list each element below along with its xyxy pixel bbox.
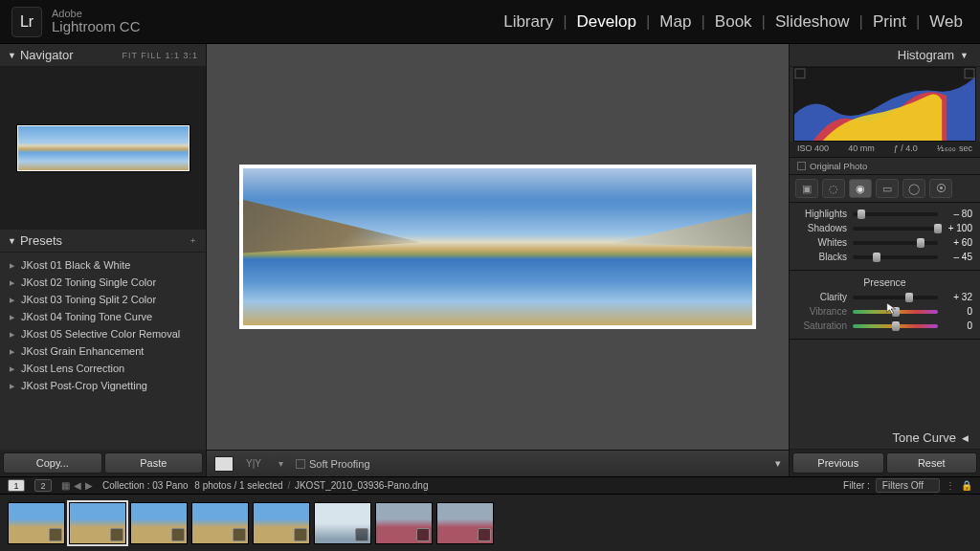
module-book[interactable]: Book — [709, 12, 758, 32]
reset-button[interactable]: Reset — [886, 452, 978, 474]
photo-canvas[interactable] — [207, 44, 789, 450]
navigator-zoom-modes[interactable]: FIT FILL 1:1 3:1 — [122, 51, 198, 60]
preset-item[interactable]: JKost 04 Toning Tone Curve — [0, 308, 206, 325]
radial-tool[interactable]: ◯ — [902, 179, 925, 198]
slider-clarity[interactable]: Clarity + 32 — [797, 290, 972, 304]
module-print[interactable]: Print — [867, 12, 912, 32]
tone-curve-header[interactable]: Tone Curve ◀ — [790, 427, 980, 450]
filter-options-icon[interactable]: ⋮ — [946, 480, 955, 491]
preset-item[interactable]: JKost 01 Black & White — [0, 256, 206, 274]
slider-blacks[interactable]: Blacks – 45 — [797, 250, 972, 264]
preset-item[interactable]: JKost Lens Correction — [0, 360, 206, 377]
redeye-tool[interactable]: ◉ — [849, 179, 872, 198]
photo-preview[interactable] — [243, 168, 752, 325]
app-header: Lr Adobe Lightroom CC Library| Develop| … — [0, 0, 980, 44]
center-panel: Y|Y ▾ Soft Proofing ▾ — [207, 44, 789, 476]
exif-focal: 40 mm — [848, 143, 875, 153]
preset-list: JKost 01 Black & White JKost 02 Toning S… — [0, 253, 206, 450]
tone-curve-title: Tone Curve — [797, 430, 956, 445]
preset-item[interactable]: JKost 02 Toning Single Color — [0, 274, 206, 291]
spot-tool[interactable]: ◌ — [822, 179, 845, 198]
filmstrip-infobar: 1 2 ▦ ◀ ▶ Collection : 03 Pano 8 photos … — [0, 476, 980, 494]
filmstrip-thumb[interactable] — [253, 502, 310, 544]
filmstrip-thumb[interactable] — [314, 502, 371, 544]
preset-item[interactable]: JKost 05 Selective Color Removal — [0, 325, 206, 342]
preset-item[interactable]: JKost Grain Enhancement — [0, 342, 206, 360]
copy-button[interactable]: Copy... — [3, 452, 102, 474]
histogram-exif: ISO 400 40 mm ƒ / 4.0 ¹⁄₁₆₀₀ sec — [790, 142, 980, 157]
exif-aperture: ƒ / 4.0 — [894, 143, 918, 153]
app-logo: Lr Adobe Lightroom CC — [11, 7, 141, 37]
secondary-display-1[interactable]: 1 — [8, 479, 25, 492]
crumb-filename: JKOST_2010_03936-Pano.dng — [295, 480, 429, 491]
thumb-badge-icon — [233, 528, 246, 541]
module-map[interactable]: Map — [654, 12, 697, 32]
crop-tool[interactable]: ▣ — [795, 179, 818, 198]
histogram-header[interactable]: Histogram ▼ — [790, 44, 980, 67]
slider-shadows[interactable]: Shadows + 100 — [797, 221, 972, 235]
toolbar-menu-icon[interactable]: ▾ — [775, 457, 781, 470]
slider-value: – 80 — [944, 209, 972, 219]
filmstrip-thumb[interactable] — [69, 502, 126, 544]
gradient-tool[interactable]: ▭ — [876, 179, 899, 198]
navigator-title: Navigator — [20, 48, 122, 62]
triangle-down-icon: ▼ — [8, 51, 16, 60]
add-preset-icon[interactable]: ＋ — [189, 234, 198, 247]
preset-item[interactable]: JKost Post-Crop Vignetting — [0, 377, 206, 394]
develop-toolstrip: ▣ ◌ ◉ ▭ ◯ ⦿ — [790, 175, 980, 203]
filter-select[interactable]: Filters Off — [876, 478, 940, 493]
secondary-display-2[interactable]: 2 — [34, 479, 52, 492]
histogram-graph[interactable] — [793, 67, 976, 142]
filmstrip-thumb[interactable] — [130, 502, 188, 544]
grid-view-icon[interactable]: ▦ — [61, 480, 70, 491]
loupe-view-button[interactable] — [214, 456, 234, 472]
before-after-split-button[interactable]: ▾ — [274, 457, 288, 470]
filmstrip-thumb[interactable] — [436, 502, 494, 544]
center-toolbar: Y|Y ▾ Soft Proofing ▾ — [207, 450, 789, 476]
crumb-collection: 03 Pano — [152, 480, 188, 491]
slider-whites[interactable]: Whites + 60 — [797, 235, 972, 250]
filmstrip-thumb[interactable] — [191, 502, 249, 544]
soft-proofing-label: Soft Proofing — [309, 458, 370, 470]
soft-proofing-toggle[interactable]: Soft Proofing — [296, 458, 370, 470]
preset-item[interactable]: JKost 03 Toning Split 2 Color — [0, 291, 206, 308]
nav-back-icon[interactable]: ◀ — [74, 480, 81, 491]
filmstrip-breadcrumb[interactable]: Collection : 03 Pano 8 photos / 1 select… — [102, 480, 429, 491]
navigator-header[interactable]: ▼ Navigator FIT FILL 1:1 3:1 — [0, 44, 206, 67]
presets-header[interactable]: ▼ Presets ＋ — [0, 230, 206, 253]
filmstrip-thumb[interactable] — [375, 502, 433, 544]
slider-value: 0 — [944, 306, 972, 317]
before-after-button[interactable]: Y|Y — [241, 457, 266, 470]
slider-label: Highlights — [797, 209, 847, 219]
slider-value: + 100 — [944, 223, 972, 233]
tone-sliders: Highlights – 80 Shadows + 100 Whites + 6… — [790, 203, 980, 271]
module-web[interactable]: Web — [924, 12, 969, 32]
slider-saturation[interactable]: Saturation 0 — [797, 319, 972, 333]
thumb-badge-icon — [49, 528, 62, 541]
brush-tool[interactable]: ⦿ — [929, 179, 952, 198]
nav-forward-icon[interactable]: ▶ — [85, 480, 93, 491]
photo-frame — [239, 165, 756, 329]
module-develop[interactable]: Develop — [571, 12, 642, 32]
triangle-down-icon: ▼ — [8, 236, 16, 246]
exif-iso: ISO 400 — [797, 143, 829, 153]
crumb-label: Collection : — [102, 480, 149, 491]
filmstrip-thumb[interactable] — [8, 502, 65, 544]
left-panel: ▼ Navigator FIT FILL 1:1 3:1 ▼ Presets ＋… — [0, 44, 207, 476]
filmstrip[interactable] — [0, 494, 980, 551]
navigator-thumbnail[interactable] — [17, 125, 189, 171]
filter-lock-icon[interactable]: 🔒 — [961, 480, 972, 492]
slider-highlights[interactable]: Highlights – 80 — [797, 207, 972, 221]
slider-vibrance[interactable]: Vibrance 0 — [797, 304, 972, 319]
original-photo-label: Original Photo — [810, 161, 867, 171]
paste-button[interactable]: Paste — [104, 452, 204, 474]
slider-label: Shadows — [797, 223, 847, 233]
original-photo-toggle[interactable]: Original Photo — [790, 157, 980, 175]
navigator-preview[interactable] — [0, 67, 206, 230]
module-slideshow[interactable]: Slideshow — [769, 12, 856, 32]
module-library[interactable]: Library — [498, 12, 559, 32]
slider-label: Whites — [797, 237, 847, 248]
presets-title: Presets — [20, 233, 189, 248]
previous-button[interactable]: Previous — [792, 452, 884, 474]
presence-title: Presence — [797, 275, 972, 290]
